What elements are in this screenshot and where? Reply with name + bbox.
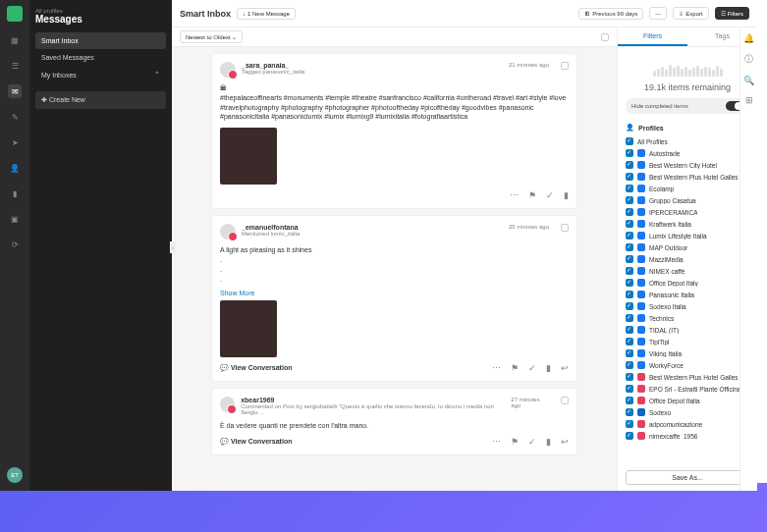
more-icon[interactable]: ⋯ (492, 437, 501, 447)
profile-checkbox[interactable] (626, 185, 633, 192)
info-icon[interactable]: ⓘ (744, 53, 753, 66)
profile-checkbox[interactable] (626, 232, 633, 239)
profile-item[interactable]: Viking Italia (626, 347, 749, 359)
profile-item[interactable]: TipiTipi (626, 336, 749, 347)
profile-checkbox[interactable] (626, 149, 633, 157)
search-icon[interactable]: 🔍 (743, 76, 754, 85)
save-icon[interactable]: ▮ (546, 363, 551, 373)
profile-checkbox[interactable] (626, 196, 633, 204)
profile-item[interactable]: Ecolamp (626, 183, 749, 194)
date-range-button[interactable]: 🗓 Previous 90 days (578, 8, 643, 20)
profile-item[interactable]: NIMEX caffè (626, 265, 749, 277)
message-image[interactable] (220, 128, 277, 185)
profile-item[interactable]: Kraftwerk Italia (626, 218, 749, 230)
profile-checkbox[interactable] (626, 373, 633, 381)
profile-item[interactable]: IPERCERAMICA (626, 206, 749, 218)
profile-item[interactable]: Technics (626, 312, 749, 324)
save-as-button[interactable]: Save As... (626, 470, 749, 485)
author-name[interactable]: xbear1969 (241, 397, 505, 403)
rail-send-icon[interactable]: ➤ (8, 135, 22, 149)
profile-item[interactable]: Sodexo (626, 406, 749, 418)
collapse-sidebar-button[interactable]: ‹ (170, 241, 176, 253)
profile-checkbox[interactable] (626, 161, 633, 169)
author-name[interactable]: _emanuelfontana (242, 224, 300, 231)
profile-item[interactable]: Best Western City Hotel (626, 159, 749, 171)
tag-icon[interactable]: ⚑ (511, 363, 519, 373)
select-all-checkbox[interactable] (601, 33, 609, 41)
profile-checkbox[interactable] (626, 432, 633, 440)
profile-checkbox[interactable] (626, 137, 633, 145)
profile-item[interactable]: MazziMedia (626, 253, 749, 265)
save-icon[interactable]: ▮ (564, 190, 569, 200)
profile-item[interactable]: Office Depot Italy (626, 277, 749, 289)
save-icon[interactable]: ▮ (546, 437, 551, 447)
profile-item[interactable]: WorkyForce (626, 359, 749, 371)
message-checkbox[interactable] (561, 62, 569, 70)
tab-filters[interactable]: Filters (618, 27, 687, 46)
sort-dropdown[interactable]: Newest to Oldest ⌄ (180, 30, 243, 43)
profile-item[interactable]: adpcomunicazione (626, 418, 749, 430)
profile-checkbox[interactable] (626, 408, 633, 416)
profile-checkbox[interactable] (626, 385, 633, 393)
filters-button[interactable]: ☰ Filters (715, 7, 749, 20)
more-icon[interactable]: ⋯ (510, 190, 519, 200)
profile-checkbox[interactable] (626, 279, 633, 287)
user-avatar[interactable]: ET (7, 467, 23, 483)
reply-icon[interactable]: ↩ (561, 437, 569, 447)
rail-briefcase-icon[interactable]: ▣ (8, 212, 22, 226)
profile-item[interactable]: Best Western Plus Hotel Galles (626, 171, 749, 183)
profile-checkbox[interactable] (626, 326, 633, 334)
profile-checkbox[interactable] (626, 255, 633, 263)
rail-feed-icon[interactable]: ☰ (8, 59, 22, 73)
reply-icon[interactable]: ↩ (561, 363, 569, 373)
profile-checkbox[interactable] (626, 208, 633, 216)
rail-dashboard-icon[interactable]: ▦ (8, 33, 22, 47)
rail-refresh-icon[interactable]: ⟳ (8, 238, 22, 251)
profile-all[interactable]: All Profiles (626, 135, 749, 147)
profile-item[interactable]: Autostrade (626, 147, 749, 159)
profile-checkbox[interactable] (626, 267, 633, 275)
profile-checkbox[interactable] (626, 302, 633, 310)
more-button[interactable]: ⋯ (649, 7, 667, 20)
profile-checkbox[interactable] (626, 314, 633, 322)
profile-checkbox[interactable] (626, 291, 633, 298)
profile-checkbox[interactable] (626, 397, 633, 404)
create-new-button[interactable]: ✚ Create New (35, 91, 166, 109)
profile-checkbox[interactable] (626, 420, 633, 428)
export-button[interactable]: ⇩ Export (673, 7, 708, 20)
complete-icon[interactable]: ✓ (528, 363, 536, 373)
profile-item[interactable]: EPO Srl - Estratti Piante Officinali (626, 383, 749, 395)
message-checkbox[interactable] (561, 397, 569, 404)
profile-item[interactable]: Panasonic Italia (626, 289, 749, 300)
profile-item[interactable]: Office Depot Italia (626, 395, 749, 406)
profile-item[interactable]: nimexcaffe_1956 (626, 430, 749, 442)
profile-item[interactable]: Gruppo Casatua (626, 194, 749, 206)
help-icon[interactable]: ⊞ (745, 95, 753, 105)
show-more-link[interactable]: Show More (220, 290, 569, 296)
profile-item[interactable]: MAP Outdoor (626, 241, 749, 253)
profile-item[interactable]: TIDAL (IT) (626, 324, 749, 336)
profile-item[interactable]: Best Western Plus Hotel Galles (626, 371, 749, 383)
message-checkbox[interactable] (561, 224, 569, 232)
rail-people-icon[interactable]: 👤 (8, 161, 22, 175)
sidebar-my-inboxes[interactable]: My Inboxes⌃ (35, 66, 166, 83)
profile-checkbox[interactable] (626, 220, 633, 228)
logo[interactable] (7, 6, 23, 22)
author-avatar[interactable] (220, 224, 236, 239)
profile-checkbox[interactable] (626, 243, 633, 251)
message-image[interactable] (220, 300, 277, 357)
author-avatar[interactable] (220, 397, 235, 412)
author-name[interactable]: _sara_panaia_ (242, 62, 304, 69)
profile-checkbox[interactable] (626, 349, 633, 357)
more-icon[interactable]: ⋯ (492, 363, 501, 373)
rail-publishing-icon[interactable]: ✎ (8, 110, 22, 124)
profile-checkbox[interactable] (626, 173, 633, 181)
notifications-icon[interactable]: 🔔 (743, 33, 754, 43)
tag-icon[interactable]: ⚑ (528, 190, 536, 200)
tag-icon[interactable]: ⚑ (511, 437, 519, 447)
view-conversation-link[interactable]: 💬 View Conversation (220, 364, 292, 372)
profile-checkbox[interactable] (626, 361, 633, 369)
author-avatar[interactable] (220, 62, 236, 78)
sidebar-smart-inbox[interactable]: Smart Inbox (35, 32, 166, 49)
view-conversation-link[interactable]: 💬 View Conversation (220, 438, 292, 446)
